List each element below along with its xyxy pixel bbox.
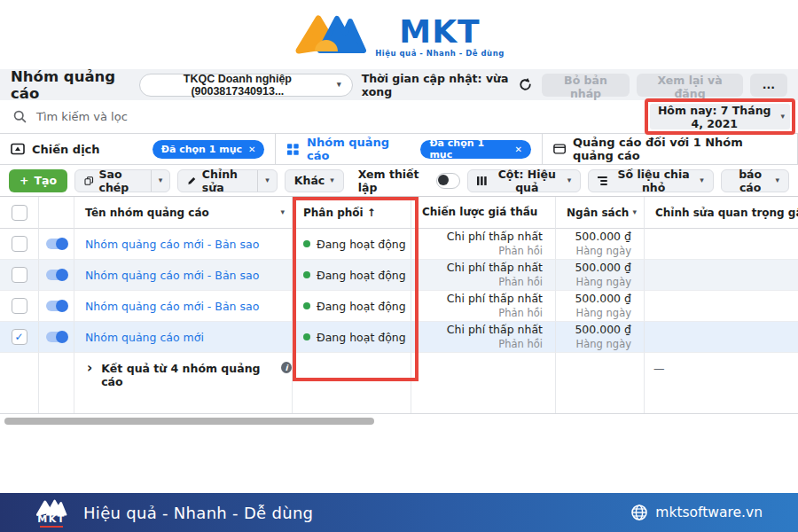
budget-value: 500.000 ₫ [575,292,631,306]
pencil-icon [187,175,197,187]
row-checkbox[interactable]: ✓ [12,329,27,345]
chevron-down-icon: ▾ [775,176,779,184]
review-publish-button[interactable]: Xem lại và đăng [637,74,742,97]
select-all-checkbox[interactable]: ✓ [12,205,27,221]
more-actions-button[interactable]: Khác ▾ [285,169,344,192]
chevron-down-icon: ▾ [330,176,334,184]
view-setup-label: Xem thiết lập [358,168,429,194]
row-status-toggle[interactable] [46,332,67,342]
row-checkbox[interactable]: ✓ [12,267,27,283]
results-summary: › Kết quả từ 4 nhóm quảng cáo i [74,353,293,413]
info-icon[interactable]: i [281,362,292,373]
reports-button-label: báo cáo [731,168,771,194]
edit-button[interactable]: Chỉnh sửa [178,170,257,192]
refresh-button[interactable] [516,75,535,94]
table-row: ✓ Nhóm quảng cáo mới - Bản sao Đang hoạt… [0,229,798,260]
chevron-down-icon: ▾ [159,176,163,184]
table-row: ✓ Nhóm quảng cáo mới - Bản sao Đang hoạt… [0,291,798,322]
bid-strategy-sub: Phản hồi [498,338,543,351]
status-dot-icon [303,271,310,278]
highlight-box-date-range: Hôm nay: 7 Tháng 4, 2021 ▾ [645,98,795,135]
expand-chevron-icon[interactable]: › [87,362,92,375]
footer-bar: MKT Hiệu quả - Nhanh - Dễ dùng mktsoftwa… [0,493,798,532]
create-button[interactable]: + Tạo [9,169,67,192]
chevron-down-icon: ▾ [265,176,270,184]
badge-label: Đã chọn 1 mục [161,144,242,155]
summary-budget-cell [556,353,645,413]
summary-delivery-cell [293,353,411,413]
tab-ads-label: Quảng cáo đối với 1 Nhóm quảng cáo [573,136,786,162]
brand-tagline: Hiệu quả - Nhanh - Dễ dùng [375,49,505,58]
close-icon[interactable]: ✕ [514,145,521,154]
tab-ads[interactable]: Quảng cáo đối với 1 Nhóm quảng cáo [543,134,798,164]
view-setup-toggle[interactable] [436,173,460,189]
edit-split-button: Chỉnh sửa ▾ [177,169,278,192]
level-tabs: Chiến dịch Đã chọn 1 mục ✕ Nhóm quảng cá… [0,133,798,165]
status-dot-icon [303,333,310,340]
budget-value: 500.000 ₫ [575,323,631,337]
recent-edits-cell [645,229,798,260]
column-header-recent-edits[interactable]: Chỉnh sửa quan trọng gần đây nh [645,197,798,229]
delivery-status: Đang hoạt động [317,300,406,313]
mkt-logo-text: MKT Hiệu quả - Nhanh - Dễ dùng [375,17,505,59]
row-checkbox[interactable]: ✓ [12,236,27,252]
column-header-recent-edits-label: Chỉnh sửa quan trọng gần đây nh [655,207,798,219]
footer-website-link[interactable]: mktsoftware.vn [655,505,763,520]
top-logo-bar: MKT Hiệu quả - Nhanh - Dễ dùng [0,0,798,69]
date-range-selector[interactable]: Hôm nay: 7 Tháng 4, 2021 ▾ [650,104,790,129]
column-header-budget[interactable]: Ngân sách ▾ [556,197,645,229]
toggle-knob [56,269,68,281]
columns-button[interactable]: Cột: Hiệu quả ▾ [467,169,581,192]
table-body: ✓ Nhóm quảng cáo mới - Bản sao Đang hoạt… [0,229,798,353]
update-status-text: Thời gian cập nhật: vừa xong [362,72,509,98]
subheader-actions: Thời gian cập nhật: vừa xong Bỏ bản nháp… [362,72,787,98]
column-header-name-label: Tên nhóm quảng cáo [85,207,209,219]
table-header-row: ✓ Tên nhóm quảng cáo ▾ Phân phối ↑ Chiến… [0,197,798,229]
more-options-button[interactable]: ... [750,74,787,97]
ad-set-name-link[interactable]: Nhóm quảng cáo mới [85,331,204,344]
column-header-bid-strategy[interactable]: Chiến lược giá thầu [411,197,556,229]
bid-strategy-sub: Phản hồi [498,245,543,258]
horizontal-scrollbar[interactable] [4,418,374,425]
table-summary-row: › Kết quả từ 4 nhóm quảng cáo i — [0,353,798,414]
footer-tagline: Hiệu quả - Nhanh - Dễ dùng [83,504,313,522]
mkt-logo-mark [293,10,368,59]
duplicate-dropdown-arrow[interactable]: ▾ [151,170,170,192]
selected-count-badge[interactable]: Đã chọn 1 mục ✕ [153,140,265,159]
row-status-toggle[interactable] [46,301,67,311]
tab-ad-sets[interactable]: Nhóm quảng cáo Đã chọn 1 mục ✕ [276,134,542,164]
reports-button[interactable]: báo cáo ▾ [721,169,789,192]
search-input[interactable]: Tìm kiếm và lọc [36,110,128,123]
chevron-down-icon: ▾ [780,113,785,121]
tab-campaigns[interactable]: Chiến dịch Đã chọn 1 mục ✕ [0,134,276,164]
mkt-logo: MKT Hiệu quả - Nhanh - Dễ dùng [293,10,505,59]
row-status-toggle[interactable] [46,270,67,280]
ad-set-name-link[interactable]: Nhóm quảng cáo mới - Bản sao [85,238,259,251]
discard-draft-button[interactable]: Bỏ bản nháp [542,74,630,97]
row-status-toggle[interactable] [46,239,67,249]
footer-logo-redbar [40,526,63,528]
breakdown-button-label: Số liệu chia nhỏ [613,168,694,194]
duplicate-button-label: Sao chép [99,168,142,194]
edit-dropdown-arrow[interactable]: ▾ [257,170,277,192]
delivery-status: Đang hoạt động [317,269,406,282]
ad-set-name-link[interactable]: Nhóm quảng cáo mới - Bản sao [85,269,259,282]
selected-count-badge[interactable]: Đã chọn 1 mục ✕ [420,140,530,159]
chevron-down-icon: ▾ [632,208,637,216]
breakdown-button[interactable]: Số liệu chia nhỏ ▾ [588,169,714,192]
chevron-down-icon: ▾ [280,208,285,216]
duplicate-button[interactable]: Sao chép [75,170,151,192]
refresh-icon [518,77,533,92]
column-header-delivery[interactable]: Phân phối ↑ [293,197,411,229]
column-header-name[interactable]: Tên nhóm quảng cáo ▾ [74,197,293,229]
ad-account-selector[interactable]: TKQC Doanh nghiệp (9003817340913... ▾ [139,74,353,97]
search-icon [12,109,27,124]
column-header-budget-label: Ngân sách [567,207,629,219]
check-icon: ✓ [14,332,23,342]
toggle-knob [56,331,68,343]
summary-check-cell [0,353,39,413]
ad-set-name-link[interactable]: Nhóm quảng cáo mới - Bản sao [85,300,259,313]
sort-ascending-icon: ↑ [367,207,376,219]
close-icon[interactable]: ✕ [248,145,255,154]
row-checkbox[interactable]: ✓ [12,298,27,314]
